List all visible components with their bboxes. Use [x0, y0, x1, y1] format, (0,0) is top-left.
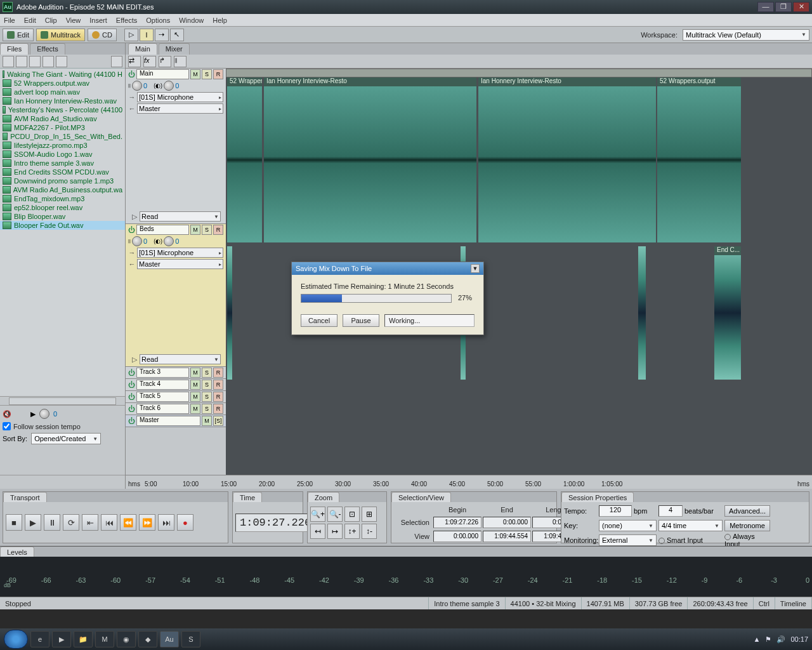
audio-clip[interactable]: [478, 77, 656, 242]
file-item[interactable]: Ian Honnery Interview-Resto.wav: [0, 96, 125, 105]
dialog-titlebar[interactable]: Saving Mix Down To File ▼: [292, 262, 483, 275]
menu-edit[interactable]: Edit: [24, 17, 36, 24]
window-close-button[interactable]: ✕: [793, 2, 809, 12]
pan-knob[interactable]: [164, 236, 174, 246]
input-dropdown[interactable]: [01S] Microphone▸: [137, 92, 223, 102]
automation-dropdown[interactable]: Read▼: [140, 354, 221, 364]
file-item[interactable]: Yesterday's News - Percolate (44100: [0, 105, 125, 114]
file-item[interactable]: Waking The Giant - Waiting (44100 H: [0, 70, 125, 79]
vol-knob[interactable]: [132, 81, 142, 91]
view-end[interactable]: 1:09:44.554: [483, 531, 531, 542]
tab-zoom[interactable]: Zoom: [308, 492, 339, 502]
tab-effects[interactable]: Effects: [30, 43, 65, 55]
zoom-full-button[interactable]: ⊡: [344, 507, 360, 522]
file-item[interactable]: SSOM-Audio Logo 1.wav: [0, 150, 125, 159]
input-dropdown[interactable]: [01S] Microphone▸: [137, 248, 223, 258]
zoom-in-left-button[interactable]: ↤: [310, 524, 325, 539]
metronome-button[interactable]: Metronome: [724, 520, 770, 531]
zoom-in-right-button[interactable]: ↦: [327, 524, 343, 539]
vol-knob[interactable]: [132, 236, 142, 246]
play-button[interactable]: ▶: [25, 514, 41, 531]
menu-clip[interactable]: Clip: [45, 17, 57, 24]
insert-multitrack-button[interactable]: [43, 56, 54, 67]
close-file-button[interactable]: [16, 56, 27, 67]
cancel-button[interactable]: Cancel: [301, 314, 337, 327]
file-item[interactable]: Downwind promo sample 1.mp3: [0, 176, 125, 185]
tray-volume-icon[interactable]: 🔊: [776, 635, 785, 644]
track-header[interactable]: ⏻Track 3MSR: [126, 367, 226, 379]
track-name-input[interactable]: Track 6: [136, 404, 189, 414]
track-name-input[interactable]: Main: [136, 69, 189, 79]
track-power-icon[interactable]: ⏻: [128, 393, 135, 401]
rewind-button[interactable]: ⏪: [120, 514, 136, 531]
track-name-input[interactable]: Track 3: [136, 368, 189, 378]
mute-button[interactable]: M: [190, 404, 200, 414]
mute-button[interactable]: M: [190, 225, 200, 235]
taskbar-app1-icon[interactable]: ◆: [138, 631, 157, 647]
mute-icon[interactable]: 🔇: [3, 410, 11, 418]
sel-end[interactable]: 0:00.000: [483, 517, 531, 528]
taskbar-explorer-icon[interactable]: 📁: [74, 631, 93, 647]
mute-button[interactable]: M: [202, 416, 212, 426]
arm-record-button[interactable]: R: [213, 392, 223, 402]
time-ruler[interactable]: hms hms 5:0010:0015:0020:0025:0030:0035:…: [126, 475, 812, 489]
automation-dropdown[interactable]: Read▼: [140, 211, 221, 222]
play-looped-button[interactable]: ⟳: [63, 514, 79, 531]
file-item[interactable]: 52 Wrappers.output.wav: [0, 79, 125, 88]
solo-button[interactable]: S: [202, 380, 212, 390]
mode-cd-button[interactable]: CD: [88, 29, 117, 41]
window-minimize-button[interactable]: —: [757, 2, 774, 12]
loop-button[interactable]: [15, 408, 27, 420]
tool-scrub[interactable]: ↖: [170, 29, 184, 41]
hscrollbar[interactable]: [9, 397, 116, 405]
tab-mixer[interactable]: Mixer: [159, 43, 190, 55]
tab-levels[interactable]: Levels: [0, 547, 34, 557]
track-name-input[interactable]: Track 4: [136, 380, 189, 390]
mute-button[interactable]: M: [190, 392, 200, 402]
solo-button[interactable]: S: [202, 69, 212, 79]
mode-edit-button[interactable]: Edit: [3, 29, 34, 41]
track-header[interactable]: ⏻Track 5MSR: [126, 391, 226, 403]
mute-button[interactable]: M: [190, 368, 200, 378]
file-item[interactable]: PCDU_Drop_In_15_Sec_With_Bed.: [0, 132, 125, 141]
window-maximize-button[interactable]: ❐: [775, 2, 792, 12]
advanced-button[interactable]: Advanced...: [724, 505, 770, 517]
always-input-radio[interactable]: [724, 534, 731, 540]
workspace-dropdown[interactable]: Multitrack View (Default)▼: [683, 29, 809, 41]
solo-button[interactable]: [S]: [213, 416, 223, 426]
arm-record-button[interactable]: R: [213, 225, 223, 235]
overview-scrollbar[interactable]: [226, 69, 812, 77]
arm-record-button[interactable]: R: [213, 380, 223, 390]
dialog-menu-button[interactable]: ▼: [471, 264, 480, 273]
audio-clip[interactable]: [638, 246, 646, 380]
mute-button[interactable]: M: [190, 69, 200, 79]
sortby-dropdown[interactable]: Opened/Created▼: [31, 433, 101, 444]
track-header[interactable]: ⏻Track 4MSR: [126, 379, 226, 391]
solo-button[interactable]: S: [202, 368, 212, 378]
tab-selection-view[interactable]: Selection/View: [391, 492, 451, 502]
taskbar-audition-icon[interactable]: Au: [160, 631, 179, 647]
menu-file[interactable]: File: [4, 17, 15, 24]
arm-record-button[interactable]: R: [213, 404, 223, 414]
tray-flag-icon[interactable]: ⚑: [765, 635, 771, 644]
track-header[interactable]: ⏻BedsMSR⫴0(◐)0→[01S] Microphone▸←Master▸…: [126, 224, 226, 367]
tempo-input[interactable]: 120: [599, 505, 632, 517]
track-power-icon[interactable]: ⏻: [128, 369, 135, 376]
play-preview-button[interactable]: ▶: [30, 410, 36, 418]
zoom-in-v-button[interactable]: ↕+: [344, 524, 360, 539]
zoom-in-h-button[interactable]: 🔍+: [310, 507, 325, 522]
menu-view[interactable]: View: [66, 17, 81, 24]
track-power-icon[interactable]: ⏻: [128, 381, 135, 388]
next-marker-button[interactable]: ⏭: [158, 514, 174, 531]
track-power-icon[interactable]: ⏻: [128, 226, 135, 234]
tab-files[interactable]: Files: [0, 43, 29, 55]
output-dropdown[interactable]: Master▸: [137, 259, 223, 269]
sends-button[interactable]: ↱: [159, 56, 171, 67]
output-dropdown[interactable]: Master▸: [137, 103, 223, 114]
audio-clip[interactable]: [227, 246, 232, 380]
file-list[interactable]: Waking The Giant - Waiting (44100 H52 Wr…: [0, 69, 125, 396]
key-dropdown[interactable]: (none)▼: [599, 520, 657, 531]
menu-effects[interactable]: Effects: [116, 17, 137, 24]
file-item[interactable]: EndTag_mixdown.mp3: [0, 194, 125, 203]
swap-button[interactable]: ⇄: [128, 56, 141, 67]
